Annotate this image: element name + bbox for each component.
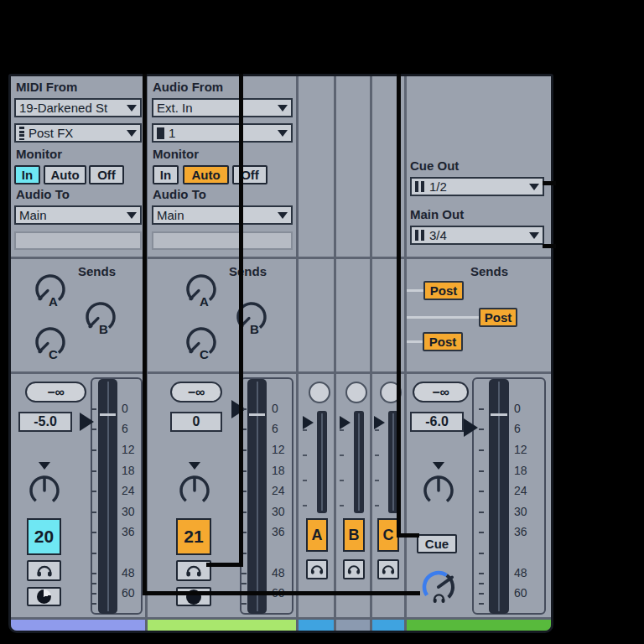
pan-knob[interactable] — [176, 472, 213, 509]
db-tick — [479, 532, 484, 533]
solo-cue-button[interactable] — [27, 560, 61, 581]
peak-level-display[interactable]: −∞ — [413, 382, 469, 402]
volume-value[interactable]: -6.0 — [410, 412, 464, 432]
midi-channel-value: Post FX — [29, 126, 73, 140]
track-activator[interactable]: A — [306, 518, 328, 552]
level-meter[interactable] — [354, 411, 364, 513]
solo-cue-button[interactable] — [343, 559, 365, 579]
headphones-icon — [381, 564, 396, 575]
db-scale-label: 0 — [514, 402, 521, 415]
db-scale-label: 12 — [514, 443, 527, 456]
dropdown-arrow-icon — [127, 130, 137, 137]
peak-level-display[interactable]: −∞ — [25, 382, 86, 402]
mini-scale — [338, 374, 345, 617]
pan-knob[interactable] — [420, 472, 457, 509]
track-activator[interactable]: 20 — [27, 518, 61, 555]
monitor-off-button[interactable]: Off — [89, 165, 124, 184]
annotation-line-to-solo-button — [206, 563, 243, 567]
main-out-dropdown[interactable]: 3/4 — [410, 226, 544, 245]
arm-button[interactable] — [27, 587, 61, 606]
cue-out-dropdown[interactable]: 1/2 — [410, 177, 544, 196]
track-20-color-strip — [11, 620, 145, 631]
mini-db-tick — [340, 429, 344, 431]
track-activator[interactable]: 21 — [176, 518, 211, 555]
main-color-strip — [407, 620, 551, 631]
pan-knob[interactable] — [345, 382, 367, 403]
db-tick — [91, 408, 96, 410]
pan-marker-icon — [433, 462, 444, 470]
cue-out-value: 1/2 — [429, 179, 447, 194]
db-scale-label: 36 — [272, 525, 285, 538]
db-tick — [91, 593, 96, 595]
db-tick — [479, 512, 484, 513]
level-meter[interactable] — [317, 411, 327, 513]
mini-db-tick — [303, 505, 307, 506]
main-mixer: −∞ -6.0 0612182430364860 Cue — [407, 374, 551, 617]
volume-slider-handle[interactable] — [464, 418, 478, 437]
ableton-mixer-screenshot: MIDI From 19-Darkened St Post FX Monitor… — [0, 0, 644, 644]
headphones-icon — [35, 564, 54, 578]
channel-icon — [157, 127, 164, 139]
volume-value[interactable]: 0 — [170, 412, 222, 432]
arm-button[interactable] — [176, 587, 211, 606]
midi-arm-icon — [37, 589, 51, 604]
mini-db-tick — [375, 505, 379, 506]
midi-from-dropdown[interactable]: 19-Darkened St — [14, 98, 142, 117]
db-scale-label: 6 — [122, 422, 128, 435]
audio-to-dropdown[interactable]: Main — [152, 205, 293, 225]
dropdown-arrow-icon — [529, 184, 539, 190]
monitor-in-button[interactable]: In — [14, 165, 40, 184]
return-a-mixer: A — [299, 374, 334, 617]
db-scale-label: 30 — [514, 505, 527, 518]
db-scale-label: 60 — [122, 586, 135, 600]
volume-value[interactable]: -5.0 — [18, 412, 72, 432]
input-channel-value: 1 — [169, 126, 175, 140]
annotation-line-vertical-2 — [239, 74, 243, 567]
sends-label: Sends — [78, 264, 116, 278]
send-a-label: A — [49, 294, 58, 309]
audio-to-value: Main — [157, 208, 184, 222]
pan-knob[interactable] — [309, 382, 330, 403]
solo-cue-button[interactable] — [306, 559, 328, 579]
db-scale: 0612182430364860 — [240, 377, 293, 615]
audio-to-value: Main — [19, 208, 47, 222]
db-tick — [91, 603, 96, 605]
db-tick — [479, 470, 484, 472]
db-scale: 0612182430364860 — [90, 377, 143, 615]
send-connector-line — [407, 340, 423, 343]
db-scale-label: 48 — [514, 566, 527, 579]
audio-to-dropdown[interactable]: Main — [14, 205, 142, 225]
monitor-auto-button[interactable]: Auto — [44, 165, 86, 184]
cue-out-label: Cue Out — [410, 158, 459, 173]
db-scale-label: 30 — [122, 505, 135, 518]
cue-button[interactable]: Cue — [417, 534, 457, 553]
db-scale-label: 60 — [514, 586, 527, 600]
pan-knob[interactable] — [26, 472, 63, 509]
solo-cue-button[interactable] — [377, 559, 399, 579]
db-scale-label: 18 — [272, 464, 285, 477]
monitor-auto-button[interactable]: Auto — [183, 165, 229, 184]
cue-volume-knob[interactable] — [418, 567, 459, 607]
db-scale-label: 0 — [122, 402, 128, 415]
db-scale: 0612182430364860 — [477, 377, 531, 615]
send-a-post-toggle[interactable]: Post — [423, 281, 464, 300]
db-tick — [479, 603, 484, 605]
mini-db-tick — [303, 454, 307, 456]
peak-level-display[interactable]: −∞ — [170, 382, 222, 402]
dropdown-arrow-icon — [278, 212, 288, 219]
track-activator[interactable]: B — [343, 518, 365, 552]
send-c-label: C — [200, 347, 209, 361]
input-channel-dropdown[interactable]: 1 — [152, 123, 293, 143]
audio-from-dropdown[interactable]: Ext. In — [152, 98, 293, 117]
dropdown-arrow-icon — [127, 212, 137, 219]
mixer-panel: MIDI From 19-Darkened St Post FX Monitor… — [8, 74, 553, 633]
monitor-off-button[interactable]: Off — [232, 165, 267, 184]
stereo-pair-icon — [415, 230, 424, 241]
midi-channel-dropdown[interactable]: Post FX — [14, 123, 142, 143]
track-21-routing: Audio From Ext. In 1 Monitor In Auto Off… — [148, 76, 296, 257]
monitor-in-button[interactable]: In — [153, 165, 179, 184]
send-c-post-toggle[interactable]: Post — [423, 332, 463, 351]
send-connector-line — [407, 289, 424, 292]
send-b-post-toggle[interactable]: Post — [479, 308, 517, 327]
db-tick — [479, 583, 484, 584]
